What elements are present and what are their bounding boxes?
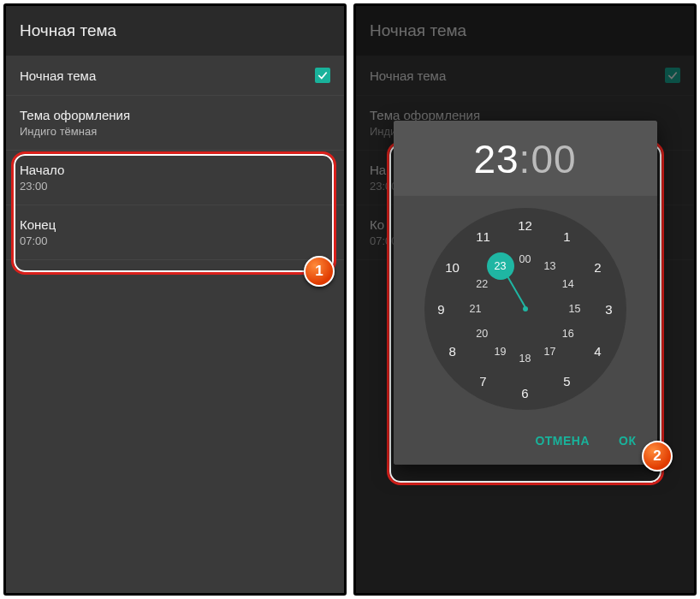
callout-badge-1: 1 xyxy=(304,256,335,287)
theme-label: Тема оформления xyxy=(20,108,130,122)
toggle-row-night-theme[interactable]: Ночная тема xyxy=(6,56,344,96)
outer-hour-10[interactable]: 10 xyxy=(441,255,465,279)
clock-zone: 1212345678910110013141516171819202122232… xyxy=(394,196,657,418)
clock-selected-bubble[interactable]: 23 xyxy=(487,252,514,280)
end-time-row[interactable]: Конец 07:00 xyxy=(6,205,344,260)
time-picker-dialog: 23:00 1212345678910110013141516171819202… xyxy=(394,121,657,465)
dialog-header: 23:00 xyxy=(394,121,657,196)
dialog-actions: ОТМЕНА ОК xyxy=(394,418,657,465)
toggle-label: Ночная тема xyxy=(20,68,96,83)
outer-hour-3[interactable]: 3 xyxy=(597,297,621,321)
outer-hour-1[interactable]: 1 xyxy=(555,224,579,248)
inner-hour-18[interactable]: 18 xyxy=(513,347,537,371)
outer-hour-8[interactable]: 8 xyxy=(441,339,465,363)
phone-left: Ночная тема Ночная тема Тема оформления … xyxy=(3,3,347,596)
phone-right: Ночная тема Ночная тема Тема оформления … xyxy=(353,3,697,596)
outer-hour-11[interactable]: 11 xyxy=(472,224,495,248)
theme-value: Индиго тёмная xyxy=(20,125,130,138)
end-value: 07:00 xyxy=(20,234,56,247)
cancel-button[interactable]: ОТМЕНА xyxy=(525,427,600,454)
colon: : xyxy=(519,137,531,181)
toggle-label: Ночная тема xyxy=(370,68,446,83)
outer-hour-4[interactable]: 4 xyxy=(585,339,609,363)
outer-hour-5[interactable]: 5 xyxy=(555,370,579,394)
outer-hour-12[interactable]: 12 xyxy=(513,213,537,237)
callout-badge-2: 2 xyxy=(642,441,673,471)
checkbox-icon[interactable] xyxy=(315,68,330,83)
inner-hour-14[interactable]: 14 xyxy=(556,272,580,296)
outer-hour-9[interactable]: 9 xyxy=(430,297,454,321)
end-label: Конец xyxy=(20,217,56,232)
outer-hour-6[interactable]: 6 xyxy=(513,381,537,405)
checkbox-icon[interactable] xyxy=(665,68,680,83)
inner-hour-20[interactable]: 20 xyxy=(470,322,494,346)
hour-display[interactable]: 23 xyxy=(473,137,519,181)
page-title: Ночная тема xyxy=(356,6,694,56)
ok-button[interactable]: ОК xyxy=(608,427,646,454)
start-label: Начало xyxy=(20,163,64,177)
inner-hour-21[interactable]: 21 xyxy=(464,297,488,321)
time-display: 23:00 xyxy=(394,136,657,182)
inner-hour-15[interactable]: 15 xyxy=(563,297,587,321)
outer-hour-7[interactable]: 7 xyxy=(472,370,495,394)
canvas: Ночная тема Ночная тема Тема оформления … xyxy=(0,0,700,599)
inner-hour-17[interactable]: 17 xyxy=(538,340,562,364)
outer-hour-2[interactable]: 2 xyxy=(585,255,609,279)
theme-row[interactable]: Тема оформления Индиго тёмная xyxy=(6,96,344,151)
page-title: Ночная тема xyxy=(6,6,344,56)
start-time-row[interactable]: Начало 23:00 xyxy=(6,151,344,205)
inner-hour-00[interactable]: 00 xyxy=(513,247,537,271)
minute-display[interactable]: 00 xyxy=(531,137,576,181)
clock-face[interactable]: 1212345678910110013141516171819202122232… xyxy=(424,208,626,410)
start-value: 23:00 xyxy=(20,180,64,193)
toggle-row-night-theme[interactable]: Ночная тема xyxy=(356,56,694,96)
